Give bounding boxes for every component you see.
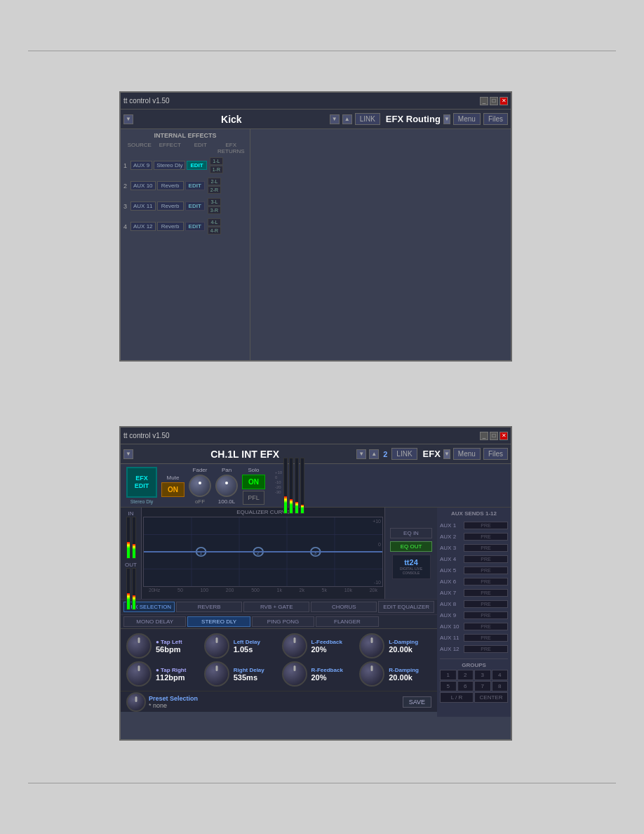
aux-4-pre[interactable]: PRE [464,555,508,563]
aux-3-pre[interactable]: PRE [464,544,508,552]
ie-aux-btn-4[interactable]: AUX 12 [130,222,156,231]
eq-main-area: IN OUT EQUALIZER CURVE [121,508,437,717]
aux-9-pre[interactable]: PRE [464,611,508,619]
stereo-dly-btn[interactable]: STEREO DLY [187,616,250,627]
aux-10-pre[interactable]: PRE [464,623,508,630]
ie-returns-2: 2-L 2-R [208,178,221,194]
pan-knob[interactable] [215,475,238,497]
left-delay-knob[interactable] [204,633,229,658]
aux-2-pre[interactable]: PRE [464,533,508,541]
ie-effect-btn-4[interactable]: Reverb [157,222,184,231]
mute-button[interactable]: ON [161,482,185,497]
chorus-btn[interactable]: CHORUS [311,602,377,612]
link-button[interactable]: LINK [355,113,380,125]
win2-link-button[interactable]: LINK [391,448,417,460]
win2-minimize-button[interactable]: _ [480,432,488,440]
ie-col-returns: EFX RETURNS [217,142,246,154]
ie-edit-btn-4[interactable]: EDIT [185,222,205,231]
group-btn-2[interactable]: 2 [457,670,474,680]
group-btn-8[interactable]: 8 [492,681,509,691]
ie-return-2R[interactable]: 2-R [208,186,221,194]
ie-return-3L[interactable]: 3-L [208,198,221,206]
win2-channel-up[interactable]: ▲ [369,449,379,459]
ie-aux-btn-3[interactable]: AUX 11 [130,201,156,211]
pfl-button[interactable]: PFL [243,491,264,505]
l-feedback-knob[interactable] [282,633,307,658]
channel-up-button[interactable]: ▲ [342,114,352,124]
ie-aux-btn-2[interactable]: AUX 10 [130,181,156,190]
preset-knob[interactable] [126,692,146,712]
win2-menu-button[interactable]: Menu [453,448,481,460]
save-button[interactable]: SAVE [403,696,431,708]
lr-button[interactable]: L / R [440,692,474,703]
db-low-label: -10 [374,580,381,585]
edit-eq-button[interactable]: EDIT EQUALIZER [378,601,434,613]
group-btn-4[interactable]: 4 [492,670,509,680]
reverb-btn[interactable]: REVERB [176,602,242,612]
ie-edit-btn-2[interactable]: EDIT [185,181,205,190]
bottom-rule [28,783,616,783]
win2-channel-selector[interactable]: ▼ [356,449,366,459]
groups-grid: 1 2 3 4 5 6 7 8 L / R CENTER [440,670,508,703]
aux-1-pre[interactable]: PRE [464,522,508,529]
win2-close-button[interactable]: ✕ [499,432,508,440]
efx-edit-button[interactable]: EFXEDIT [126,467,157,498]
out-meter-l [126,568,130,610]
aux-7-pre[interactable]: PRE [464,589,508,597]
group-btn-6[interactable]: 6 [457,681,474,691]
eq-in-button[interactable]: EQ IN [390,528,432,538]
ie-effect-btn-2[interactable]: Reverb [157,181,184,190]
window2-int-efx: tt control v1.50 _ □ ✕ ▼ CH.1L INT EFX ▼… [119,426,512,741]
channel-selector-arrow[interactable]: ▼ [330,114,340,124]
tap-right-knob[interactable] [126,661,152,687]
efx-routing-dropdown[interactable]: ▼ [443,114,450,124]
ie-return-4L[interactable]: 4-L [208,218,221,226]
aux-5-pre[interactable]: PRE [464,567,508,574]
rvb-gate-btn[interactable]: RVB + GATE [243,602,309,612]
group-btn-5[interactable]: 5 [440,681,457,691]
r-feedback-knob[interactable] [282,661,307,687]
l-damping-knob[interactable] [359,633,384,658]
flanger-btn[interactable]: FLANGER [316,616,378,627]
aux-12-pre[interactable]: PRE [464,645,508,653]
ie-aux-btn-1[interactable]: AUX 9 [130,161,152,170]
win2-maximize-button[interactable]: □ [490,432,498,440]
mono-delay-btn[interactable]: MONO DELAY [123,616,186,627]
ie-return-3R[interactable]: 3-R [208,206,221,214]
ie-return-2L[interactable]: 2-L [208,178,221,185]
meter-scale: +10 0 -10 -20 -30 [275,458,282,494]
group-btn-1[interactable]: 1 [440,670,457,680]
aux-row-9: AUX 9 PRE [440,609,508,621]
ping-pong-btn[interactable]: PING PONG [252,616,314,627]
win2-efx-dropdown[interactable]: ▼ [443,449,450,459]
minimize-button[interactable]: _ [480,97,488,105]
tap-left-knob[interactable] [126,633,152,658]
ie-title: INTERNAL EFFECTS [123,132,247,139]
right-delay-knob[interactable] [204,661,229,687]
ie-return-4R[interactable]: 4-R [208,227,221,234]
win2-files-button[interactable]: Files [483,448,508,460]
close-button[interactable]: ✕ [499,97,508,105]
menu-button[interactable]: Menu [453,113,481,125]
aux-6-pre[interactable]: PRE [464,578,508,585]
solo-on-button[interactable]: ON [242,475,265,489]
fader-knob[interactable] [189,475,211,497]
aux-11-pre[interactable]: PRE [464,634,508,642]
files-button[interactable]: Files [483,113,508,125]
win2-channel-dropdown[interactable]: ▼ [123,449,133,459]
ie-edit-btn-3[interactable]: EDIT [185,201,205,211]
maximize-button[interactable]: □ [490,97,498,105]
eq-out-button[interactable]: EQ OUT [390,541,432,552]
channel-dropdown-arrow[interactable]: ▼ [123,114,133,124]
ie-effect-btn-1[interactable]: Stereo Dly [154,161,185,170]
aux-6-label: AUX 6 [440,578,462,585]
ie-edit-btn-1[interactable]: EDIT [187,161,206,170]
ie-effect-btn-3[interactable]: Reverb [157,201,184,211]
group-btn-3[interactable]: 3 [474,670,491,680]
group-btn-7[interactable]: 7 [474,681,491,691]
ie-return-1L[interactable]: 1-L [210,157,223,165]
aux-8-pre[interactable]: PRE [464,600,508,608]
r-damping-knob[interactable] [359,661,384,687]
ie-return-1R[interactable]: 1-R [210,166,223,173]
center-button[interactable]: CENTER [474,692,508,703]
